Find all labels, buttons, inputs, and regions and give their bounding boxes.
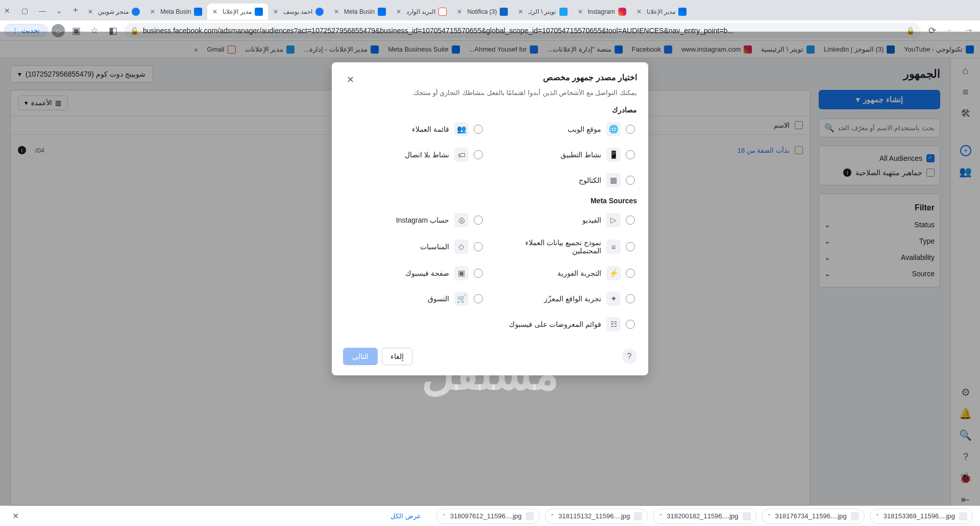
browser-tab[interactable]: ✕البريد الوارد xyxy=(391,4,452,20)
source-option[interactable]: ≡نموذج تجميع بيانات العملاء المحتملين xyxy=(495,234,637,259)
source-option[interactable]: 🌐موقع الويب xyxy=(495,118,637,140)
browser-tab[interactable]: ✕متجر شوبين xyxy=(83,4,145,20)
source-icon: ✦ xyxy=(606,292,621,306)
source-label: التجربة الفورية xyxy=(557,269,601,277)
downloads-bar: ✕ عرض الكل ⌃318097612_11596....jpg⌃31811… xyxy=(0,506,980,526)
close-icon[interactable]: ✕ xyxy=(343,73,357,87)
radio-icon[interactable] xyxy=(626,269,635,278)
source-icon: ⚡ xyxy=(606,266,621,280)
tab-title: مدير الإعلانا xyxy=(223,8,251,15)
source-label: نشاط بلا اتصال xyxy=(405,151,449,159)
radio-icon[interactable] xyxy=(474,294,483,303)
chevron-up-icon[interactable]: ⌃ xyxy=(442,513,446,519)
source-option[interactable]: ◇المناسبات xyxy=(343,234,485,259)
radio-icon[interactable] xyxy=(626,176,635,185)
tab-close-icon[interactable]: ✕ xyxy=(334,8,341,15)
browser-tab[interactable]: ✕تويتر \ الرئـ xyxy=(513,4,572,20)
browser-tab[interactable]: ✕Instagram xyxy=(573,4,631,20)
chevron-up-icon[interactable]: ⌃ xyxy=(875,513,879,519)
download-item[interactable]: ⌃318176734_11596....jpg xyxy=(762,509,865,524)
browser-tab[interactable]: ✕مدير الإعلانا xyxy=(207,4,267,20)
download-filename: 318200182_11596....jpg xyxy=(667,512,738,520)
tab-favicon xyxy=(500,8,508,16)
source-label: قائمة العملاء xyxy=(412,125,449,133)
tab-favicon xyxy=(618,8,626,16)
file-icon xyxy=(526,512,534,520)
download-item[interactable]: ⌃318097612_11596....jpg xyxy=(436,509,540,524)
source-option[interactable]: ◎حساب Instagram xyxy=(343,209,485,231)
tab-title: Instagram xyxy=(588,8,615,15)
tab-close-icon[interactable]: ✕ xyxy=(457,8,464,15)
modal-title: اختيار مصدر جمهور مخصص xyxy=(543,73,637,82)
source-option[interactable]: ✦تجربة الواقع المعزّز xyxy=(495,288,637,310)
download-item[interactable]: ⌃318200182_11596....jpg xyxy=(653,509,756,524)
source-label: نشاط التطبيق xyxy=(560,151,601,159)
source-option[interactable]: ☷قوائم المعروضات على فيسبوك xyxy=(495,313,637,336)
source-label: قوائم المعروضات على فيسبوك xyxy=(509,320,601,328)
source-icon: 🏷 xyxy=(454,148,469,162)
radio-icon[interactable] xyxy=(474,150,483,159)
source-option[interactable]: 📱نشاط التطبيق xyxy=(495,144,637,166)
next-button[interactable]: التالي xyxy=(343,348,378,365)
source-option[interactable]: 🏷نشاط بلا اتصال xyxy=(343,144,485,166)
source-label: حساب Instagram xyxy=(396,216,449,224)
tab-close-icon[interactable]: ✕ xyxy=(636,8,644,15)
tab-favicon xyxy=(559,8,568,16)
source-option[interactable]: ▦الكتالوج xyxy=(495,169,637,192)
downloads-show-all[interactable]: عرض الكل xyxy=(390,512,421,520)
browser-tab[interactable]: ✕Meta Busin xyxy=(145,4,207,20)
source-icon: 📱 xyxy=(606,148,621,162)
download-filename: 318176734_11596....jpg xyxy=(775,512,847,520)
radio-icon[interactable] xyxy=(626,320,635,329)
source-icon: ▷ xyxy=(606,213,621,227)
cancel-button[interactable]: إلغاء xyxy=(382,348,412,365)
radio-icon[interactable] xyxy=(626,150,635,159)
radio-icon[interactable] xyxy=(626,242,635,251)
downloads-close-icon[interactable]: ✕ xyxy=(12,511,19,521)
chevron-up-icon[interactable]: ⌃ xyxy=(658,513,663,519)
tab-title: Meta Busin xyxy=(160,8,191,15)
source-label: نموذج تجميع بيانات العملاء المحتملين xyxy=(497,238,601,255)
browser-tab[interactable]: ✕(3) Notifica xyxy=(452,4,513,20)
new-tab-button[interactable]: + xyxy=(68,3,83,17)
radio-icon[interactable] xyxy=(626,216,635,225)
tab-close-icon[interactable]: ✕ xyxy=(88,8,95,15)
file-icon xyxy=(851,512,859,520)
tab-close-icon[interactable]: ✕ xyxy=(518,8,525,15)
browser-tab[interactable]: ✕احمد يوسف xyxy=(268,4,329,20)
browser-tab[interactable]: ✕مدير الإعلانا xyxy=(631,4,692,20)
window-close-icon[interactable]: ✕ xyxy=(4,7,11,14)
chevron-up-icon[interactable]: ⌃ xyxy=(767,513,771,519)
browser-tab[interactable]: ✕Meta Busin xyxy=(329,4,391,20)
radio-icon[interactable] xyxy=(474,242,483,251)
source-icon: ◇ xyxy=(454,240,469,254)
tab-close-icon[interactable]: ✕ xyxy=(150,8,157,15)
tab-close-icon[interactable]: ✕ xyxy=(212,8,219,15)
tab-close-icon[interactable]: ✕ xyxy=(578,8,585,15)
tab-favicon xyxy=(378,8,386,16)
meta-sources-heading: Meta Sources xyxy=(343,197,637,205)
chevron-down-icon[interactable]: ⌄ xyxy=(56,7,63,14)
chevron-up-icon[interactable]: ⌃ xyxy=(550,513,554,519)
source-option[interactable]: 👥قائمة العملاء xyxy=(343,118,485,140)
tab-close-icon[interactable]: ✕ xyxy=(396,8,403,15)
source-option[interactable]: ▷الفيديو xyxy=(495,209,637,231)
file-icon xyxy=(959,512,967,520)
radio-icon[interactable] xyxy=(626,125,635,134)
download-item[interactable]: ⌃318153369_11596....jpg xyxy=(870,509,973,524)
source-option[interactable]: 🛒التسوق xyxy=(343,288,485,310)
download-filename: 318153369_11596....jpg xyxy=(884,512,955,520)
help-icon[interactable]: ? xyxy=(622,349,637,364)
tab-close-icon[interactable]: ✕ xyxy=(273,8,280,15)
window-maximize-icon[interactable]: ▢ xyxy=(21,7,29,14)
source-option[interactable]: ▣صفحة فيسبوك xyxy=(343,262,485,284)
tab-title: متجر شوبين xyxy=(98,8,129,15)
radio-icon[interactable] xyxy=(474,125,483,134)
download-item[interactable]: ⌃318115132_11596....jpg xyxy=(545,509,648,524)
radio-icon[interactable] xyxy=(474,216,483,225)
radio-icon[interactable] xyxy=(626,294,635,303)
tab-title: تويتر \ الرئـ xyxy=(528,8,556,15)
window-minimize-icon[interactable]: — xyxy=(39,7,46,14)
source-option[interactable]: ⚡التجربة الفورية xyxy=(495,262,637,284)
radio-icon[interactable] xyxy=(474,269,483,278)
